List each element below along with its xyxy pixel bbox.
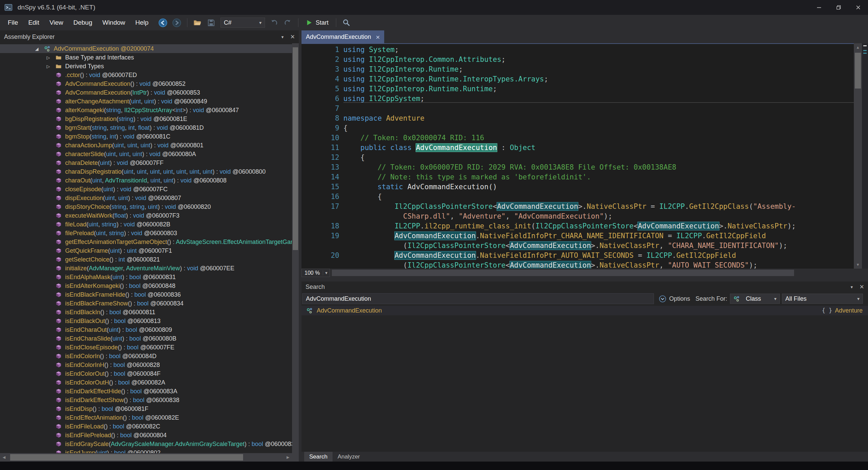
pane-menu-icon[interactable]: ▾	[282, 34, 284, 40]
redo-button[interactable]	[283, 18, 293, 27]
tree-item[interactable]: bgmStart(string, string, int, float) : v…	[0, 123, 292, 132]
tree-item[interactable]: isEndFileLoad() : bool @0600082C	[0, 422, 292, 431]
tree-item[interactable]: GetQuickFrame(uint) : uint @060007F1	[0, 246, 292, 255]
scrollbar-thumb[interactable]	[293, 47, 298, 250]
tree-item[interactable]: executeWaitWork(float) : void @060007F3	[0, 211, 292, 220]
scroll-left-arrow[interactable]: ◀	[0, 453, 8, 462]
tree-item[interactable]: dispStoryChoice(string, string, uint) : …	[0, 202, 292, 211]
tree-item[interactable]: isEndDarkEffectShow() : bool @06000838	[0, 396, 292, 404]
menu-view[interactable]: View	[44, 15, 68, 30]
search-toolbar-button[interactable]	[342, 18, 351, 27]
tree-item[interactable]: ▷Derived Types	[0, 62, 292, 71]
collapse-arrow-icon[interactable]: ◢	[35, 46, 44, 51]
method-icon	[55, 274, 63, 280]
scrollbar-thumb[interactable]	[332, 270, 794, 276]
menu-help[interactable]: Help	[130, 15, 154, 30]
scrollbar-thumb[interactable]	[10, 454, 243, 461]
pane-close-icon[interactable]: ×	[290, 32, 295, 41]
assembly-tree[interactable]: ◢AdvCommandExecution @02000074▷Base Type…	[0, 43, 292, 453]
expand-arrow-icon[interactable]: ▷	[47, 55, 55, 60]
tree-item[interactable]: isEndBlackFrameShow() : bool @06000834	[0, 299, 292, 308]
tree-item[interactable]: AdvCommandExecution(IntPtr) : void @0600…	[0, 88, 292, 97]
bottom-tab-analyzer[interactable]: Analyzer	[333, 452, 365, 462]
tree-item[interactable]: isEndCloseEpisode() : bool @060007FE	[0, 343, 292, 352]
tree-item[interactable]: isEndColorOutH() : bool @0600082A	[0, 378, 292, 387]
panel-splitter[interactable]	[299, 30, 301, 462]
menu-window[interactable]: Window	[97, 15, 130, 30]
pane-menu-icon[interactable]: ▾	[851, 285, 853, 290]
tree-horizontal-scrollbar[interactable]: ◀ ▶	[0, 453, 299, 462]
tree-item[interactable]: isEndCharaSlide(uint) : bool @0600080B	[0, 334, 292, 343]
maximize-button[interactable]	[829, 0, 848, 15]
tree-item[interactable]: isEndEffectAnimation() : bool @0600082E	[0, 413, 292, 422]
tree-item[interactable]: ▷Base Type and Interfaces	[0, 53, 292, 62]
undo-button[interactable]	[269, 18, 279, 27]
menu-debug[interactable]: Debug	[68, 15, 97, 30]
tree-item[interactable]: isEndColorIn() : bool @0600084D	[0, 352, 292, 361]
start-button[interactable]: Start	[304, 19, 331, 26]
tree-item[interactable]: isEndBlackOut() : bool @06000813	[0, 317, 292, 325]
tree-item[interactable]: isEndAlterKomageki() : bool @06000848	[0, 281, 292, 290]
tree-item[interactable]: isEndDarkEffectHide() : bool @0600083A	[0, 387, 292, 396]
save-button[interactable]	[207, 18, 216, 27]
tree-item[interactable]: charaDelete(uint) : void @060007FF	[0, 158, 292, 167]
tree-item[interactable]: isEndAlphaMask(uint) : bool @06000831	[0, 273, 292, 281]
navigate-back-button[interactable]	[158, 18, 168, 27]
tree-item[interactable]: alterChangeAttachment(uint, uint) : void…	[0, 97, 292, 106]
search-kind-select[interactable]: Class ▾	[730, 294, 780, 304]
tree-item[interactable]: characterSlide(uint, uint, uint) : void …	[0, 150, 292, 158]
tree-item[interactable]: initialize(AdvManager, AdventureMainView…	[0, 264, 292, 273]
tab-close-icon[interactable]: ×	[376, 33, 380, 41]
scroll-right-arrow[interactable]: ▶	[284, 453, 292, 462]
search-files-select[interactable]: All Files ▾	[782, 294, 863, 304]
tree-item[interactable]: dispExecution(uint, uint) : void @060008…	[0, 194, 292, 202]
tree-item[interactable]: AdvCommandExecution() : void @06000852	[0, 79, 292, 88]
options-button[interactable]: Options	[659, 295, 690, 303]
tree-item[interactable]: isEndJump(uint) : bool @06000802	[0, 448, 292, 453]
editor-horizontal-scrollbar[interactable]	[331, 269, 868, 277]
tree-item[interactable]: fileLoad(uint, string) : void @0600082B	[0, 220, 292, 229]
menu-file[interactable]: File	[3, 15, 23, 30]
tree-item-label: alterKomageki(string, Il2CppStructArray<…	[65, 107, 239, 114]
scroll-down-arrow[interactable]: ▼	[854, 261, 862, 269]
scrollbar-thumb[interactable]	[855, 53, 861, 89]
minimize-button[interactable]	[809, 0, 829, 15]
tree-item[interactable]: isEndCharaOut(uint) : bool @06000809	[0, 325, 292, 334]
tree-item[interactable]: isEndDisp() : bool @0600081F	[0, 404, 292, 413]
menu-edit[interactable]: Edit	[23, 15, 45, 30]
tree-item[interactable]: isEndFilePreload() : bool @06000804	[0, 431, 292, 440]
close-button[interactable]	[848, 0, 868, 15]
bottom-tab-search[interactable]: Search	[304, 452, 333, 462]
tab-advcommandexecution[interactable]: AdvCommandExecution ×	[301, 30, 384, 43]
tree-item[interactable]: bgDispRegistration(string) : void @06000…	[0, 115, 292, 123]
pane-close-icon[interactable]: ×	[860, 282, 864, 291]
tree-item[interactable]: filePreload(uint, string) : void @060008…	[0, 229, 292, 238]
tree-item[interactable]: alterKomageki(string, Il2CppStructArray<…	[0, 106, 292, 115]
tree-item[interactable]: charaDispRegistratio(uint, uint, uint, u…	[0, 167, 292, 176]
tree-item[interactable]: bgmStop(string, int) : void @0600081C	[0, 132, 292, 141]
tree-item[interactable]: getEffectAnimationTargetGameObject() : A…	[0, 238, 292, 246]
tree-item[interactable]: charaActionJump(uint, uint, uint) : void…	[0, 141, 292, 150]
zoom-select[interactable]: 100 % ▾	[301, 269, 330, 277]
overview-ruler[interactable]	[862, 43, 868, 269]
tree-item[interactable]: getSelectChoice() : int @06000821	[0, 255, 292, 264]
navigate-forward-button[interactable]	[172, 18, 182, 27]
tree-item[interactable]: closeEpisode(uint) : void @060007FC	[0, 185, 292, 194]
tree-item[interactable]: isEndBlackIn() : bool @06000811	[0, 308, 292, 317]
search-result-row[interactable]: AdvCommandExecution{ }Adventure	[301, 306, 868, 315]
search-input[interactable]	[302, 293, 654, 304]
open-file-button[interactable]	[193, 18, 202, 27]
tree-item[interactable]: isEndBlackFrameHide() : bool @06000836	[0, 290, 292, 299]
tree-item[interactable]: isEndColorOut() : bool @0600084F	[0, 369, 292, 378]
tree-item[interactable]: .cctor() : void @060007ED	[0, 71, 292, 79]
tree-item[interactable]: ◢AdvCommandExecution @02000074	[0, 44, 292, 53]
expand-arrow-icon[interactable]: ▷	[47, 64, 55, 69]
language-select[interactable]: C# ▾	[220, 18, 265, 28]
scroll-up-arrow[interactable]: ▲	[854, 43, 862, 51]
tree-item[interactable]: isEndColorInH() : bool @06000828	[0, 361, 292, 369]
tree-item[interactable]: isEndGrayScale(AdvGrayScaleManager.AdvAn…	[0, 440, 292, 448]
editor-vertical-scrollbar[interactable]: ▲ ▼	[854, 43, 862, 269]
tree-item[interactable]: charaOut(uint, AdvTransitionId, uint, ui…	[0, 176, 292, 185]
tree-vertical-scrollbar[interactable]	[292, 43, 299, 453]
code-editor[interactable]: 1using System;2using Il2CppInterop.Commo…	[301, 43, 868, 269]
